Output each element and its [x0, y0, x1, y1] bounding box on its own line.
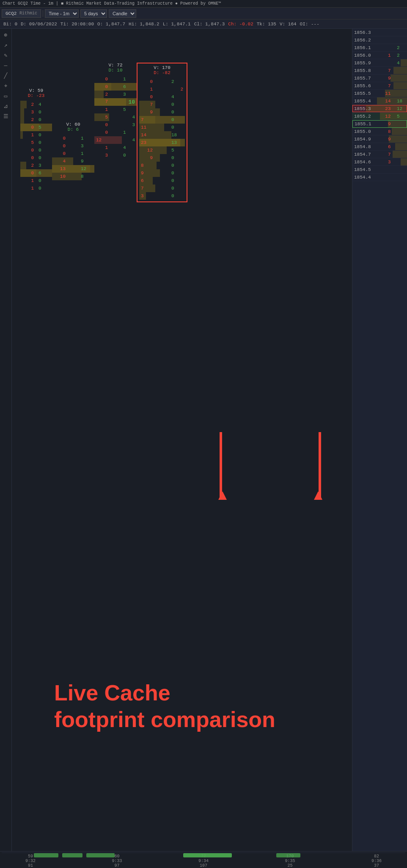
- fp-cell-highlight: 0 6: [20, 169, 52, 177]
- vol-top-2: 60: [114, 854, 119, 859]
- vol-bot-5: 37: [374, 863, 379, 868]
- title-text: Chart GCQ2 Time - 1m | ■ Rithmic Market …: [3, 1, 221, 6]
- footprint-container: V: 59 D: -23 2 4 3 0: [20, 54, 352, 202]
- fp-cell: 0 1: [52, 150, 94, 157]
- high-value: Hi: 1,848.2: [129, 22, 160, 27]
- low-value: L: 1,847.1: [163, 22, 191, 27]
- pl-row: 1854.6 3: [352, 158, 407, 166]
- fp-cell: 6 0: [139, 177, 185, 185]
- tool-rect[interactable]: ▭: [1, 91, 11, 101]
- time-5: 9:36: [371, 859, 382, 863]
- pl-row-green-box: 1855.1 9: [352, 120, 407, 128]
- title-bar: Chart GCQ2 Time - 1m | ■ Rithmic Market …: [0, 0, 407, 8]
- col3-d: D: 10: [94, 68, 137, 73]
- fp-cell: 0 3: [52, 142, 94, 150]
- time-4: 9:35: [285, 859, 295, 863]
- arrow-head-2: [314, 491, 322, 500]
- fp-cell: 9 0: [139, 169, 185, 177]
- tool-line[interactable]: ╱: [1, 71, 11, 80]
- fp-cell: 8 0: [139, 162, 185, 169]
- tool-cursor[interactable]: ⊕: [1, 30, 11, 40]
- scroll-seg-1: [34, 853, 58, 857]
- pl-row: 1854.5: [352, 166, 407, 174]
- fp-cell: 0 4: [139, 93, 185, 101]
- tool-pen[interactable]: ✎: [1, 51, 11, 60]
- scroll-seg-4: [183, 853, 231, 857]
- scroll-seg-5: [276, 853, 300, 857]
- pl-row: 1856.3: [352, 29, 407, 36]
- tool-triangle[interactable]: ⊿: [1, 102, 11, 111]
- fp-cell-highlight: 0 6: [94, 83, 137, 91]
- main-layout: ⊕ ↗ ✎ ─ ╱ ⌖ ▭ ⊿ ☰ V: 59 D: -23 2: [0, 29, 407, 851]
- fp-cell: 0 3: [94, 121, 137, 129]
- fp-cell: 4 9: [52, 157, 94, 165]
- period-select[interactable]: 5 days: [80, 9, 107, 18]
- pl-row: 1854.8 6: [352, 143, 407, 151]
- fp-cell: 2 3: [94, 91, 137, 98]
- fp-cell: 9 0: [139, 108, 185, 116]
- fp-cell: 3 0: [94, 152, 137, 159]
- time-select[interactable]: Time - 1m: [45, 9, 79, 18]
- pl-row: 1856.1 2: [352, 44, 407, 52]
- annotation-line2: footprint comparison: [54, 706, 275, 733]
- fp-col-2: V: 60 D: 6 0 1 0 3 0: [52, 122, 94, 180]
- close-value: Cl: 1,847.3: [194, 22, 225, 27]
- col4-v: V: 170: [139, 65, 185, 70]
- fp-cell: 2 0: [20, 116, 52, 124]
- bottom-bar: 59 9:32 91 60 9:33 97 72 9:34 107 170 9:…: [0, 851, 407, 868]
- pl-row-red: 1855.3 23 12: [352, 105, 407, 113]
- date-value: D: 09/06/2022: [21, 22, 57, 27]
- fp-cell: 3 0: [139, 192, 185, 200]
- tool-cross[interactable]: ⌖: [1, 81, 11, 91]
- fp-cell-highlight: 13 12: [52, 165, 94, 173]
- scrollbar-area[interactable]: [2, 852, 405, 853]
- tool-arrow[interactable]: ↗: [1, 41, 11, 50]
- fp-cell: 12 5: [139, 146, 185, 154]
- fp-cell: 0 1: [94, 129, 137, 136]
- volume-value: V: 164: [280, 22, 297, 27]
- info-bar: Bi: 0 D: 09/06/2022 Ti: 20:08:00 O: 1,84…: [0, 19, 407, 29]
- open-value: O: 1,847.7: [97, 22, 125, 27]
- col2-v: V: 60: [52, 122, 94, 127]
- pl-row: 1855.7 9: [352, 74, 407, 82]
- fp-cell: 0 1: [52, 135, 94, 142]
- fp-cell: 0 1: [94, 75, 137, 83]
- vol-bot-1: 91: [28, 863, 33, 868]
- tool-menu[interactable]: ☰: [1, 112, 11, 121]
- annotation: Live Cache footprint comparison: [54, 680, 275, 733]
- fp-cell: 1 0: [20, 185, 52, 192]
- col4-d: D: -82: [139, 70, 185, 75]
- fp-cell: 1 5: [94, 106, 137, 113]
- fp-col-4: V: 170 D: -82 0 2 1 2: [137, 63, 187, 202]
- vol-top-5: 82: [374, 854, 379, 859]
- fp-cell: 2 3: [20, 162, 52, 169]
- pl-row: 1855.8 7: [352, 67, 407, 74]
- oi-value: OI: ---: [300, 22, 319, 27]
- fp-cell: 5 4: [94, 113, 137, 121]
- tool-hline[interactable]: ─: [1, 61, 11, 70]
- broker-label: Rithmic: [19, 11, 37, 16]
- time-1: 9:32: [25, 859, 36, 863]
- fp-col-3: V: 72 D: 10 0 1 0 6: [94, 63, 137, 159]
- vol-bot-2: 97: [114, 863, 119, 868]
- chart-type-select[interactable]: Candle: [109, 9, 136, 18]
- col3-v: V: 72: [94, 63, 137, 68]
- fp-cell: 0 0: [20, 146, 52, 154]
- pl-row: 1854.7 7: [352, 151, 407, 158]
- pl-row-green-bg: 1855.2 12 5: [352, 113, 407, 120]
- col1-v: V: 59: [20, 88, 52, 93]
- price-ladder: 1856.3 1856.2 1856.1 2 1856.0 1 2: [352, 29, 407, 851]
- pl-row: 1856.0 1 2: [352, 52, 407, 59]
- fp-col-1: V: 59 D: -23 2 4 3 0: [20, 88, 52, 192]
- time-2: 9:33: [112, 859, 122, 863]
- scroll-seg-2: [62, 853, 82, 857]
- pl-row: 1855.6 7: [352, 82, 407, 90]
- fp-cell: 10 8: [52, 173, 94, 180]
- fp-cell: 11 0: [139, 124, 185, 131]
- pl-row: 1855.9 4: [352, 59, 407, 67]
- left-sidebar: ⊕ ↗ ✎ ─ ╱ ⌖ ▭ ⊿ ☰: [0, 29, 12, 851]
- pl-row: 1854.9 9: [352, 135, 407, 143]
- col1-vd: V: 59 D: -23: [20, 88, 52, 98]
- symbol-button[interactable]: GCQ2 Rithmic: [2, 9, 41, 18]
- arrow-head-1: [218, 491, 227, 500]
